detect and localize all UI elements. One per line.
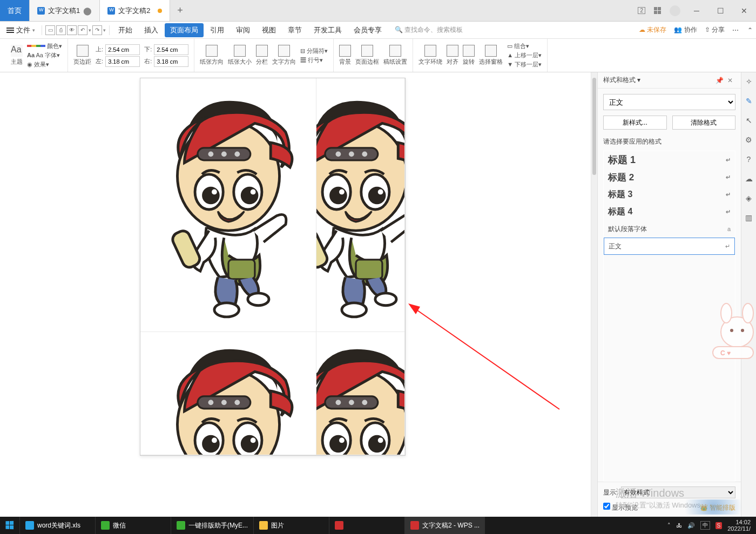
group-dropdown[interactable]: ▭ 组合▾ xyxy=(507,42,542,50)
clear-format-button[interactable]: 清除格式 xyxy=(672,116,736,130)
style-item[interactable]: 标题 2↵ xyxy=(604,168,735,186)
add-tab-button[interactable]: + xyxy=(170,0,190,21)
select-icon[interactable]: ↖ xyxy=(744,116,754,125)
wrap-button[interactable]: 文字环绕 xyxy=(418,45,442,66)
sendback-dropdown[interactable]: ▼ 下移一层▾ xyxy=(507,60,542,69)
margin-left-input[interactable] xyxy=(105,56,140,67)
menu-pagelayout[interactable]: 页面布局 xyxy=(165,23,204,37)
tray-clock[interactable]: 14:022022/11/ xyxy=(727,519,751,532)
close-button[interactable]: ✕ xyxy=(737,6,752,15)
styles-panel: 样式和格式 ▾ 📌 ✕ 正文 新样式... 清除格式 请选择要应用的格式 标题 … xyxy=(597,72,741,517)
margin-right-input[interactable] xyxy=(154,56,188,67)
tab-doc1[interactable]: 文字文稿1 ⬤ xyxy=(30,0,100,21)
start-button[interactable] xyxy=(0,517,19,534)
close-icon[interactable]: ⬤ xyxy=(83,6,92,15)
document-area[interactable] xyxy=(0,72,597,517)
app-grid-icon[interactable] xyxy=(654,7,661,14)
panel-title[interactable]: 样式和格式 ▾ xyxy=(603,76,714,85)
style-item[interactable]: 标题 3↵ xyxy=(604,186,735,203)
taskbar-item[interactable]: word关键词.xls xyxy=(19,517,95,534)
tray-chevron-icon[interactable]: ˄ xyxy=(667,522,671,529)
selectpane-button[interactable]: 选择窗格 xyxy=(479,45,503,66)
collapse-ribbon-icon[interactable]: ⌃ xyxy=(747,26,753,34)
tray-volume-icon[interactable]: 🔊 xyxy=(687,522,695,529)
minimize-button[interactable]: ─ xyxy=(689,6,704,15)
unsaved-indicator[interactable]: ☁ 未保存 xyxy=(639,25,666,35)
settings-icon[interactable]: ⚙ xyxy=(744,135,754,145)
columns-button[interactable]: 分栏 xyxy=(256,45,268,66)
taskbar-item[interactable]: 微信 xyxy=(95,517,171,534)
collab-button[interactable]: 👥 协作 xyxy=(674,25,697,35)
more-icon[interactable]: ⋯ xyxy=(732,26,740,34)
break-dropdown[interactable]: ⊟ 分隔符▾ xyxy=(300,47,328,55)
menu-devtools[interactable]: 开发工具 xyxy=(308,23,347,37)
orientation-button[interactable]: 纸张方向 xyxy=(200,45,224,66)
current-style-select[interactable]: 正文 xyxy=(603,94,735,110)
maximize-button[interactable]: ☐ xyxy=(713,6,728,15)
font-dropdown[interactable]: Aa Aa 字体▾ xyxy=(27,51,62,59)
unsaved-dot-icon xyxy=(158,9,162,13)
pin-icon[interactable]: 📌 xyxy=(714,77,725,84)
tray-network-icon[interactable]: 🖧 xyxy=(676,522,682,529)
vertical-scrollbar[interactable] xyxy=(591,72,597,517)
theme-button[interactable]: Aa主题 xyxy=(11,45,23,66)
linenum-dropdown[interactable]: ☰ 行号▾ xyxy=(300,56,328,64)
margin-bottom-input[interactable] xyxy=(154,44,188,55)
layout-icon[interactable]: ▥ xyxy=(744,213,754,222)
smart-layout-link[interactable]: 👑 智能排版 xyxy=(700,503,735,512)
menu-section[interactable]: 章节 xyxy=(282,23,307,37)
qat-preview-icon[interactable]: 👁 xyxy=(67,25,77,35)
document-page[interactable] xyxy=(140,78,406,456)
qat-save-icon[interactable]: ▭ xyxy=(45,25,55,35)
bringfront-dropdown[interactable]: ▲ 上移一层▾ xyxy=(507,51,542,59)
toolbox-icon[interactable]: ✧ xyxy=(744,77,754,86)
cloud-icon[interactable]: ☁ xyxy=(744,174,754,184)
command-search[interactable]: 🔍 查找命令、搜索模板 xyxy=(395,25,463,35)
color-dropdown[interactable]: 颜色▾ xyxy=(27,42,62,50)
effect-dropdown[interactable]: ◉ 效果▾ xyxy=(27,60,62,69)
menu-start[interactable]: 开始 xyxy=(113,23,138,37)
preview-checkbox[interactable]: 显示预览 xyxy=(603,503,638,512)
menu-member[interactable]: 会员专享 xyxy=(348,23,387,37)
new-style-button[interactable]: 新样式... xyxy=(603,116,667,130)
taskbar-item[interactable]: 文字文稿2 - WPS ... xyxy=(404,517,485,534)
show-filter-select[interactable]: 有效样式 xyxy=(621,486,735,498)
background-button[interactable]: 背景 xyxy=(339,45,351,66)
textdir-button[interactable]: 文字方向 xyxy=(272,45,296,66)
menu-insert[interactable]: 插入 xyxy=(139,23,164,37)
share-button[interactable]: ⇧ 分享 xyxy=(705,25,725,35)
user-avatar[interactable] xyxy=(670,5,680,16)
help-icon[interactable]: ? xyxy=(744,154,754,164)
taskbar-item[interactable]: 图片 xyxy=(253,517,329,534)
style-item[interactable]: 默认段落字体a xyxy=(604,220,735,238)
scrollbar-thumb[interactable] xyxy=(592,78,596,175)
tray-ime[interactable]: S xyxy=(716,522,723,529)
tab-doc2[interactable]: 文字文稿2 xyxy=(100,0,170,21)
styles-icon[interactable]: ✎ xyxy=(744,96,754,106)
taskbar-item[interactable]: 一键排版助手(MyE... xyxy=(171,517,253,534)
menu-review[interactable]: 审阅 xyxy=(231,23,255,37)
style-item[interactable]: 标题 4↵ xyxy=(604,203,735,220)
close-panel-icon[interactable]: ✕ xyxy=(725,77,735,84)
grid-button[interactable]: 稿纸设置 xyxy=(383,45,407,66)
svg-rect-12 xyxy=(228,260,255,279)
qat-undo-icon[interactable]: ↶ xyxy=(78,25,87,35)
file-menu[interactable]: 文件 ▾ xyxy=(3,24,38,36)
pagesize-button[interactable]: 纸张大小 xyxy=(228,45,252,66)
menu-view[interactable]: 视图 xyxy=(256,23,281,37)
style-item[interactable]: 正文↵ xyxy=(604,238,735,255)
margins-button[interactable]: 页边距 xyxy=(73,45,91,66)
tab-home[interactable]: 首页 xyxy=(0,0,30,21)
qat-print-icon[interactable]: ⎙ xyxy=(56,25,66,35)
taskbar-item[interactable] xyxy=(329,517,404,534)
indicator-badge[interactable]: 2 xyxy=(638,7,645,14)
margin-top-input[interactable] xyxy=(105,44,140,55)
align-button[interactable]: 对齐 xyxy=(447,45,458,66)
rotate-button[interactable]: 旋转 xyxy=(463,45,475,66)
tray-language[interactable]: 中 xyxy=(700,521,710,530)
style-item[interactable]: 标题 1↵ xyxy=(604,151,735,168)
menu-references[interactable]: 引用 xyxy=(205,23,230,37)
pageborder-button[interactable]: 页面边框 xyxy=(355,45,379,66)
qat-redo-icon[interactable]: ↷ xyxy=(92,25,102,35)
diamond-icon[interactable]: ◈ xyxy=(744,193,754,203)
